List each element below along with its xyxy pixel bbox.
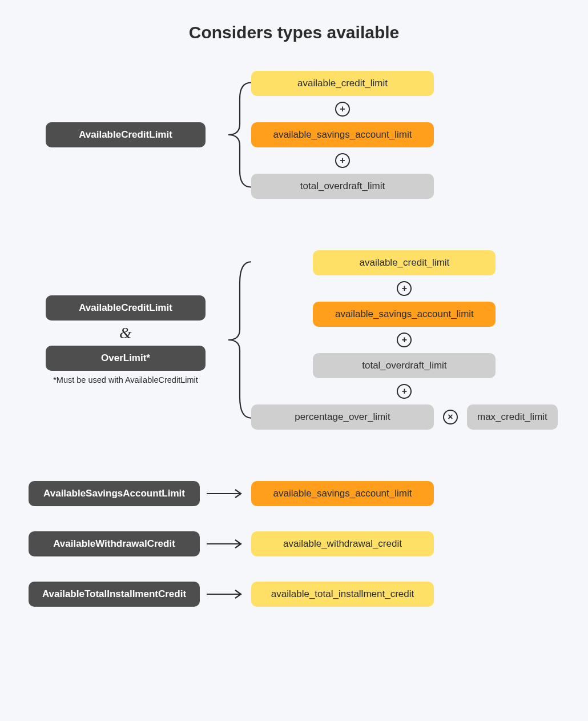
- brace-icon: [223, 250, 251, 430]
- term-pill: max_credit_limit: [467, 404, 558, 430]
- source-pill: AvailableCreditLimit: [46, 122, 206, 147]
- target-pill: available_savings_account_limit: [251, 481, 434, 506]
- term-pill: available_credit_limit: [251, 71, 434, 96]
- term-pill: available_credit_limit: [313, 250, 496, 275]
- brace-icon: [223, 71, 251, 199]
- plus-icon: +: [397, 281, 412, 296]
- plus-icon: +: [397, 333, 412, 347]
- page-title: Considers types available: [29, 23, 559, 42]
- section-available-credit-limit: AvailableCreditLimit available_credit_li…: [29, 71, 559, 199]
- mapping-row: AvailableTotalInstallmentCredit availabl…: [29, 582, 559, 607]
- ampersand: &: [119, 324, 132, 342]
- term-pill: available_savings_account_limit: [313, 302, 496, 327]
- plus-icon: +: [335, 102, 350, 117]
- term-pill: total_overdraft_limit: [251, 174, 434, 199]
- target-pill: available_withdrawal_credit: [251, 531, 434, 556]
- term-pill: available_savings_account_limit: [251, 122, 434, 147]
- source-pill: AvailableCreditLimit: [46, 295, 206, 321]
- source-pill: OverLimit*: [46, 346, 206, 371]
- term-pill: total_overdraft_limit: [313, 353, 496, 378]
- section-overlimit: AvailableCreditLimit & OverLimit* *Must …: [29, 250, 559, 430]
- mapping-row: AvailableWithdrawalCredit available_with…: [29, 531, 559, 556]
- source-pill: AvailableWithdrawalCredit: [29, 531, 200, 556]
- plus-icon: +: [335, 153, 350, 168]
- arrow-icon: [206, 588, 245, 600]
- source-pill: AvailableTotalInstallmentCredit: [29, 582, 200, 607]
- simple-mappings: AvailableSavingsAccountLimit available_s…: [29, 481, 559, 607]
- plus-icon: +: [397, 384, 412, 399]
- arrow-icon: [206, 488, 245, 499]
- times-icon: ×: [443, 410, 458, 424]
- term-pill: percentage_over_limit: [251, 404, 434, 430]
- source-pill: AvailableSavingsAccountLimit: [29, 481, 200, 506]
- mapping-row: AvailableSavingsAccountLimit available_s…: [29, 481, 559, 506]
- footnote: *Must be used with AvailableCreditLimit: [53, 375, 198, 384]
- target-pill: available_total_installment_credit: [251, 582, 434, 607]
- arrow-icon: [206, 538, 245, 550]
